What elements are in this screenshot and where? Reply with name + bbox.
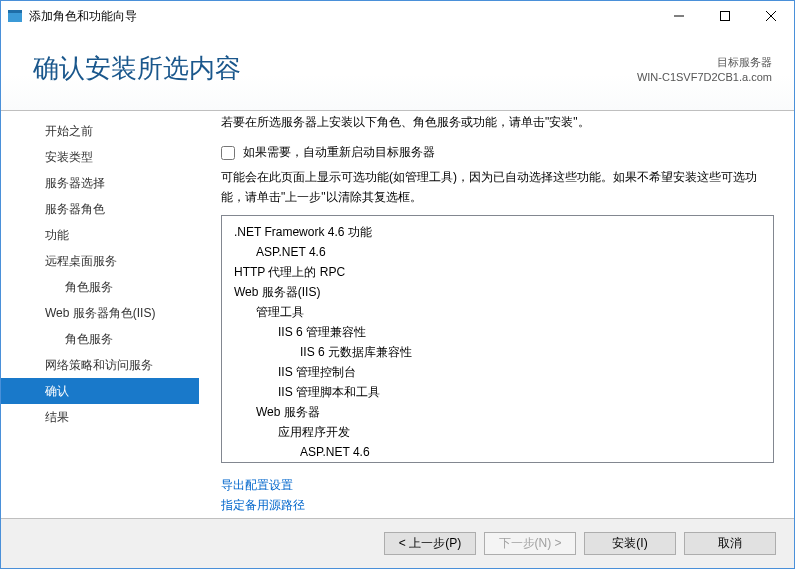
- svg-rect-1: [8, 10, 22, 13]
- tree-item: ASP.NET 4.6: [228, 442, 767, 462]
- sidebar-item[interactable]: 角色服务: [1, 274, 199, 300]
- sidebar-item[interactable]: 开始之前: [1, 118, 199, 144]
- intro-text: 若要在所选服务器上安装以下角色、角色服务或功能，请单击"安装"。: [221, 112, 774, 132]
- tree-item: IIS 管理脚本和工具: [228, 382, 767, 402]
- install-button[interactable]: 安装(I): [584, 532, 676, 555]
- features-tree[interactable]: .NET Framework 4.6 功能ASP.NET 4.6HTTP 代理上…: [221, 215, 774, 463]
- target-server-value: WIN-C1SVF7D2CB1.a.com: [637, 71, 772, 83]
- minimize-button[interactable]: [656, 1, 702, 31]
- alt-source-path-link[interactable]: 指定备用源路径: [221, 495, 774, 515]
- previous-button[interactable]: < 上一步(P): [384, 532, 476, 555]
- titlebar-left: 添加角色和功能向导: [7, 8, 137, 25]
- tree-item: 管理工具: [228, 302, 767, 322]
- svg-rect-3: [721, 12, 730, 21]
- sidebar-item[interactable]: 角色服务: [1, 326, 199, 352]
- tree-item: IIS 管理控制台: [228, 362, 767, 382]
- header: 确认安装所选内容 目标服务器 WIN-C1SVF7D2CB1.a.com: [1, 31, 794, 111]
- cancel-button[interactable]: 取消: [684, 532, 776, 555]
- restart-row: 如果需要，自动重新启动目标服务器: [221, 144, 774, 161]
- window-controls: [656, 1, 794, 31]
- next-button: 下一步(N) >: [484, 532, 576, 555]
- sidebar-item[interactable]: 远程桌面服务: [1, 248, 199, 274]
- tree-item: ASP.NET 4.6: [228, 242, 767, 262]
- tree-item: Web 服务器: [228, 402, 767, 422]
- sidebar-item[interactable]: 网络策略和访问服务: [1, 352, 199, 378]
- footer: < 上一步(P) 下一步(N) > 安装(I) 取消: [1, 518, 794, 568]
- tree-item: Web 服务器(IIS): [228, 282, 767, 302]
- window-title: 添加角色和功能向导: [29, 8, 137, 25]
- wizard-window: 添加角色和功能向导 确认安装所选内容 目标服务器 WIN-C1SVF7D2CB1…: [0, 0, 795, 569]
- tree-item: 应用程序开发: [228, 422, 767, 442]
- links: 导出配置设置 指定备用源路径: [221, 475, 774, 515]
- maximize-button[interactable]: [702, 1, 748, 31]
- optional-features-notice: 可能会在此页面上显示可选功能(如管理工具)，因为已自动选择这些功能。如果不希望安…: [221, 167, 774, 207]
- sidebar-item[interactable]: 安装类型: [1, 144, 199, 170]
- sidebar-item[interactable]: 确认: [1, 378, 199, 404]
- tree-item: HTTP 代理上的 RPC: [228, 262, 767, 282]
- sidebar-item[interactable]: Web 服务器角色(IIS): [1, 300, 199, 326]
- close-button[interactable]: [748, 1, 794, 31]
- body: 开始之前安装类型服务器选择服务器角色功能远程桌面服务角色服务Web 服务器角色(…: [1, 112, 794, 518]
- tree-item: .NET Framework 4.6 功能: [228, 222, 767, 242]
- sidebar-item[interactable]: 服务器选择: [1, 170, 199, 196]
- titlebar: 添加角色和功能向导: [1, 1, 794, 31]
- tree-item: IIS 6 元数据库兼容性: [228, 342, 767, 362]
- auto-restart-label: 如果需要，自动重新启动目标服务器: [243, 144, 435, 161]
- app-icon: [7, 8, 23, 24]
- sidebar-item[interactable]: 服务器角色: [1, 196, 199, 222]
- auto-restart-checkbox[interactable]: [221, 146, 235, 160]
- sidebar: 开始之前安装类型服务器选择服务器角色功能远程桌面服务角色服务Web 服务器角色(…: [1, 112, 199, 518]
- target-server-label: 目标服务器: [717, 55, 772, 70]
- tree-item: IIS 6 管理兼容性: [228, 322, 767, 342]
- content: 若要在所选服务器上安装以下角色、角色服务或功能，请单击"安装"。 如果需要，自动…: [199, 112, 794, 518]
- export-config-link[interactable]: 导出配置设置: [221, 475, 774, 495]
- page-title: 确认安装所选内容: [33, 51, 241, 86]
- sidebar-item[interactable]: 结果: [1, 404, 199, 430]
- sidebar-item[interactable]: 功能: [1, 222, 199, 248]
